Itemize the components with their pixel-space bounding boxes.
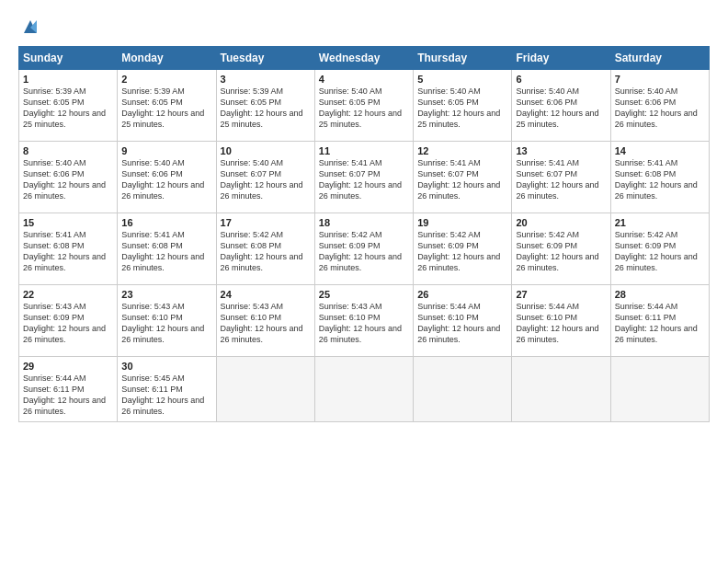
day-cell-6: 6Sunrise: 5:40 AMSunset: 6:06 PMDaylight…	[512, 70, 610, 142]
day-number: 19	[417, 217, 507, 228]
day-cell-8: 8Sunrise: 5:40 AMSunset: 6:06 PMDaylight…	[19, 142, 118, 213]
day-number: 8	[23, 145, 113, 156]
day-info: Sunrise: 5:41 AMSunset: 6:08 PMDaylight:…	[615, 158, 698, 201]
day-number: 22	[23, 289, 113, 300]
day-info: Sunrise: 5:41 AMSunset: 6:08 PMDaylight:…	[23, 230, 106, 272]
day-info: Sunrise: 5:39 AMSunset: 6:05 PMDaylight:…	[221, 86, 303, 129]
day-info: Sunrise: 5:44 AMSunset: 6:10 PMDaylight:…	[417, 302, 500, 344]
day-cell-9: 9Sunrise: 5:40 AMSunset: 6:06 PMDaylight…	[118, 142, 216, 213]
day-cell-4: 4Sunrise: 5:40 AMSunset: 6:05 PMDaylight…	[314, 70, 413, 142]
day-cell-1: 1Sunrise: 5:39 AMSunset: 6:05 PMDaylight…	[19, 70, 118, 142]
day-cell-22: 22Sunrise: 5:43 AMSunset: 6:09 PMDayligh…	[19, 285, 118, 357]
day-cell-21: 21Sunrise: 5:42 AMSunset: 6:09 PMDayligh…	[610, 213, 709, 285]
day-info: Sunrise: 5:43 AMSunset: 6:10 PMDaylight:…	[221, 302, 303, 344]
day-cell-empty	[610, 357, 709, 422]
day-cell-25: 25Sunrise: 5:43 AMSunset: 6:10 PMDayligh…	[314, 285, 413, 357]
day-cell-12: 12Sunrise: 5:41 AMSunset: 6:07 PMDayligh…	[414, 142, 512, 213]
day-number: 18	[319, 217, 409, 228]
day-cell-30: 30Sunrise: 5:45 AMSunset: 6:11 PMDayligh…	[118, 357, 216, 422]
day-cell-5: 5Sunrise: 5:40 AMSunset: 6:05 PMDaylight…	[414, 70, 512, 142]
week-row-5: 29Sunrise: 5:44 AMSunset: 6:11 PMDayligh…	[19, 357, 710, 422]
day-number: 13	[516, 145, 606, 156]
day-number: 23	[121, 289, 211, 300]
day-info: Sunrise: 5:41 AMSunset: 6:07 PMDaylight:…	[516, 158, 598, 201]
week-row-2: 8Sunrise: 5:40 AMSunset: 6:06 PMDaylight…	[19, 142, 710, 213]
day-cell-23: 23Sunrise: 5:43 AMSunset: 6:10 PMDayligh…	[118, 285, 216, 357]
day-info: Sunrise: 5:42 AMSunset: 6:09 PMDaylight:…	[615, 230, 698, 272]
weekday-header-monday: Monday	[118, 47, 216, 70]
day-cell-13: 13Sunrise: 5:41 AMSunset: 6:07 PMDayligh…	[512, 142, 610, 213]
day-cell-7: 7Sunrise: 5:40 AMSunset: 6:06 PMDaylight…	[610, 70, 709, 142]
day-info: Sunrise: 5:40 AMSunset: 6:05 PMDaylight:…	[417, 86, 500, 129]
weekday-header-row: SundayMondayTuesdayWednesdayThursdayFrid…	[19, 47, 710, 70]
day-cell-11: 11Sunrise: 5:41 AMSunset: 6:07 PMDayligh…	[314, 142, 413, 213]
day-info: Sunrise: 5:41 AMSunset: 6:08 PMDaylight:…	[121, 230, 204, 272]
day-cell-empty	[216, 357, 314, 422]
day-cell-28: 28Sunrise: 5:44 AMSunset: 6:11 PMDayligh…	[610, 285, 709, 357]
day-cell-10: 10Sunrise: 5:40 AMSunset: 6:07 PMDayligh…	[216, 142, 314, 213]
day-number: 1	[23, 74, 113, 85]
day-cell-empty	[414, 357, 512, 422]
day-number: 10	[221, 145, 311, 156]
week-row-1: 1Sunrise: 5:39 AMSunset: 6:05 PMDaylight…	[19, 70, 710, 142]
day-number: 6	[516, 74, 606, 85]
day-number: 5	[417, 74, 507, 85]
day-info: Sunrise: 5:42 AMSunset: 6:09 PMDaylight:…	[417, 230, 500, 272]
calendar-table: SundayMondayTuesdayWednesdayThursdayFrid…	[18, 46, 710, 422]
day-info: Sunrise: 5:40 AMSunset: 6:06 PMDaylight:…	[121, 158, 204, 201]
day-number: 24	[221, 289, 311, 300]
day-cell-26: 26Sunrise: 5:44 AMSunset: 6:10 PMDayligh…	[414, 285, 512, 357]
day-info: Sunrise: 5:40 AMSunset: 6:06 PMDaylight:…	[516, 86, 598, 129]
day-number: 20	[516, 217, 606, 228]
day-number: 15	[23, 217, 113, 228]
day-info: Sunrise: 5:39 AMSunset: 6:05 PMDaylight:…	[23, 86, 106, 129]
day-cell-17: 17Sunrise: 5:42 AMSunset: 6:08 PMDayligh…	[216, 213, 314, 285]
day-info: Sunrise: 5:40 AMSunset: 6:06 PMDaylight:…	[23, 158, 106, 201]
day-number: 16	[121, 217, 211, 228]
day-number: 2	[121, 74, 211, 85]
day-cell-3: 3Sunrise: 5:39 AMSunset: 6:05 PMDaylight…	[216, 70, 314, 142]
day-number: 7	[615, 74, 705, 85]
day-cell-16: 16Sunrise: 5:41 AMSunset: 6:08 PMDayligh…	[118, 213, 216, 285]
day-info: Sunrise: 5:40 AMSunset: 6:06 PMDaylight:…	[615, 86, 698, 129]
day-info: Sunrise: 5:42 AMSunset: 6:09 PMDaylight:…	[516, 230, 598, 272]
day-info: Sunrise: 5:43 AMSunset: 6:09 PMDaylight:…	[23, 302, 106, 344]
day-number: 12	[417, 145, 507, 156]
week-row-4: 22Sunrise: 5:43 AMSunset: 6:09 PMDayligh…	[19, 285, 710, 357]
day-info: Sunrise: 5:39 AMSunset: 6:05 PMDaylight:…	[121, 86, 204, 129]
logo	[18, 17, 40, 37]
day-number: 25	[319, 289, 409, 300]
day-cell-27: 27Sunrise: 5:44 AMSunset: 6:10 PMDayligh…	[512, 285, 610, 357]
calendar-page: SundayMondayTuesdayWednesdayThursdayFrid…	[0, 0, 728, 563]
day-number: 21	[615, 217, 705, 228]
day-number: 29	[23, 361, 113, 372]
weekday-header-saturday: Saturday	[610, 47, 709, 70]
weekday-header-sunday: Sunday	[19, 47, 118, 70]
weekday-header-thursday: Thursday	[414, 47, 512, 70]
day-number: 17	[221, 217, 311, 228]
day-number: 4	[319, 74, 409, 85]
day-cell-20: 20Sunrise: 5:42 AMSunset: 6:09 PMDayligh…	[512, 213, 610, 285]
day-info: Sunrise: 5:45 AMSunset: 6:11 PMDaylight:…	[121, 373, 204, 416]
week-row-3: 15Sunrise: 5:41 AMSunset: 6:08 PMDayligh…	[19, 213, 710, 285]
day-info: Sunrise: 5:40 AMSunset: 6:07 PMDaylight:…	[221, 158, 303, 201]
day-number: 3	[221, 74, 311, 85]
day-number: 30	[121, 361, 211, 372]
day-info: Sunrise: 5:42 AMSunset: 6:08 PMDaylight:…	[221, 230, 303, 272]
day-info: Sunrise: 5:44 AMSunset: 6:11 PMDaylight:…	[615, 302, 698, 344]
day-number: 9	[121, 145, 211, 156]
day-number: 27	[516, 289, 606, 300]
weekday-header-tuesday: Tuesday	[216, 47, 314, 70]
day-info: Sunrise: 5:43 AMSunset: 6:10 PMDaylight:…	[121, 302, 204, 344]
day-info: Sunrise: 5:41 AMSunset: 6:07 PMDaylight:…	[319, 158, 402, 201]
day-number: 26	[417, 289, 507, 300]
day-number: 28	[615, 289, 705, 300]
day-info: Sunrise: 5:40 AMSunset: 6:05 PMDaylight:…	[319, 86, 402, 129]
day-cell-24: 24Sunrise: 5:43 AMSunset: 6:10 PMDayligh…	[216, 285, 314, 357]
day-cell-empty	[314, 357, 413, 422]
day-cell-2: 2Sunrise: 5:39 AMSunset: 6:05 PMDaylight…	[118, 70, 216, 142]
day-number: 11	[319, 145, 409, 156]
day-cell-14: 14Sunrise: 5:41 AMSunset: 6:08 PMDayligh…	[610, 142, 709, 213]
day-cell-29: 29Sunrise: 5:44 AMSunset: 6:11 PMDayligh…	[19, 357, 118, 422]
logo-icon	[20, 17, 40, 37]
